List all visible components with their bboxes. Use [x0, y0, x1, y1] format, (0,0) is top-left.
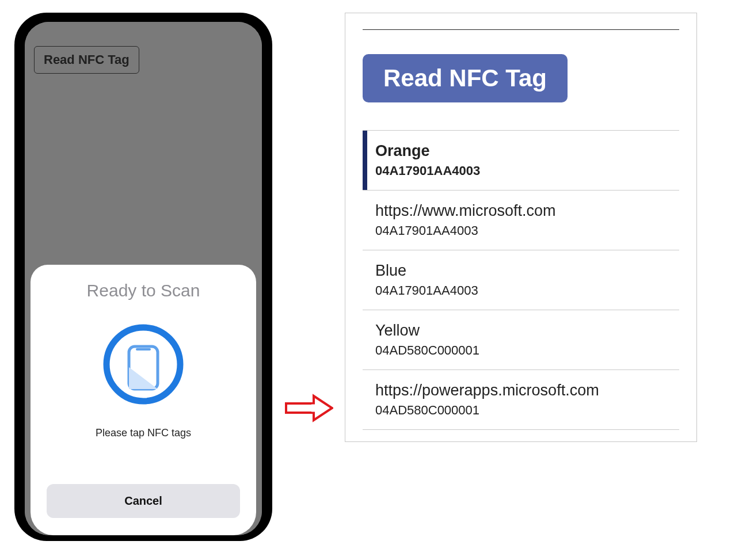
list-item[interactable]: https://www.microsoft.com04A17901AA4003	[363, 191, 679, 250]
list-item-code: 04A17901AA4003	[375, 223, 679, 238]
cancel-button[interactable]: Cancel	[47, 484, 240, 518]
list-item-title: https://powerapps.microsoft.com	[375, 382, 679, 399]
list-item-title: Orange	[375, 142, 679, 160]
list-item[interactable]: https://powerapps.microsoft.com04AD580C0…	[363, 370, 679, 430]
list-item-code: 04AD580C000001	[375, 403, 679, 418]
list-item[interactable]: Yellow04AD580C000001	[363, 310, 679, 370]
results-list: Orange04A17901AA4003https://www.microsof…	[363, 130, 679, 430]
svg-marker-4	[314, 396, 332, 420]
list-item[interactable]: Orange04A17901AA4003	[363, 130, 679, 191]
panel-divider	[363, 29, 679, 30]
nfc-scan-icon	[100, 321, 186, 410]
list-item-title: Yellow	[375, 322, 679, 340]
arrow-right-icon	[284, 394, 333, 425]
results-panel: Read NFC Tag Orange04A17901AA4003https:/…	[345, 13, 697, 442]
list-item-code: 04A17901AA4003	[375, 283, 679, 298]
phone-mock: Read NFC Tag Ready to Scan Please tap NF…	[14, 13, 272, 541]
svg-rect-5	[311, 405, 316, 412]
list-item-title: Blue	[375, 262, 679, 280]
read-nfc-tag-button[interactable]: Read NFC Tag	[363, 54, 568, 102]
scan-sheet: Ready to Scan Please tap NFC tags Cancel	[31, 265, 256, 535]
list-item-title: https://www.microsoft.com	[375, 202, 679, 220]
sheet-title: Ready to Scan	[87, 281, 200, 300]
list-item-code: 04A17901AA4003	[375, 163, 679, 178]
list-item[interactable]: Blue04A17901AA4003	[363, 250, 679, 310]
phone-screen: Read NFC Tag Ready to Scan Please tap NF…	[25, 22, 262, 535]
svg-rect-3	[286, 403, 314, 413]
sheet-subtitle: Please tap NFC tags	[96, 427, 191, 439]
list-item-code: 04AD580C000001	[375, 343, 679, 358]
svg-rect-2	[136, 348, 151, 351]
